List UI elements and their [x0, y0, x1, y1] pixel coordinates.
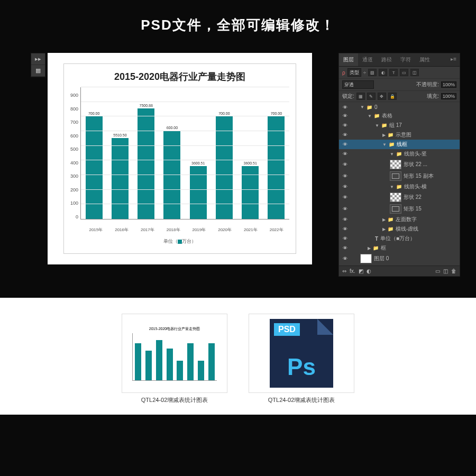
- layer-name: 形状 22: [404, 194, 422, 201]
- layer-name: 框: [381, 244, 386, 252]
- layer-row[interactable]: 👁矩形 15: [339, 203, 460, 215]
- new-layer-icon[interactable]: ◫: [443, 268, 448, 274]
- visibility-eye-icon[interactable]: 👁: [341, 151, 349, 157]
- blend-mode-select[interactable]: 穿透: [342, 80, 374, 89]
- layer-tree: 👁▼📁0👁▼📁表格👁▼📁组 17👁▶📁示意图👁▼📁线框👁▼📁线箭头-竖👁形状 2…: [339, 102, 460, 266]
- layer-thumb: [390, 193, 401, 202]
- layer-row[interactable]: 👁▶📁示意图: [339, 130, 460, 140]
- opacity-value[interactable]: 100%: [441, 81, 456, 88]
- folder-icon: 📁: [381, 123, 387, 128]
- visibility-eye-icon[interactable]: 👁: [341, 113, 349, 118]
- caret-icon[interactable]: ▼: [390, 152, 394, 157]
- layer-row[interactable]: 👁▼📁线箭头-横: [339, 182, 460, 191]
- text-layer-icon: T: [375, 236, 378, 242]
- chart-legend: 单位（万台）: [70, 238, 289, 245]
- tab-layers[interactable]: 图层: [339, 53, 358, 66]
- caret-icon[interactable]: ▶: [382, 133, 386, 138]
- layer-thumb: [390, 160, 401, 169]
- tab-paths[interactable]: 路径: [377, 53, 396, 66]
- caret-icon[interactable]: ▼: [375, 123, 379, 128]
- caret-icon[interactable]: ▼: [382, 142, 387, 147]
- bar-group: 5510.50: [107, 133, 133, 219]
- lock-pixels-icon[interactable]: ▦: [356, 93, 365, 100]
- filter-shape-icon[interactable]: ▭: [400, 69, 408, 76]
- layer-row[interactable]: 👁T单位（■万台）: [339, 234, 460, 243]
- layer-row[interactable]: 👁形状 22: [339, 191, 460, 203]
- tab-char[interactable]: 字符: [396, 53, 415, 66]
- panel-menu-icon[interactable]: ▸≡: [447, 53, 460, 66]
- layer-row[interactable]: 👁图层 0: [339, 253, 460, 264]
- file-thumbnail-1[interactable]: 2015-2020电器行业产量走势图 QTL24-02增减表统计图表: [122, 314, 227, 404]
- layer-row[interactable]: 👁▼📁0: [339, 103, 460, 111]
- visibility-eye-icon[interactable]: 👁: [341, 226, 349, 232]
- panel-footer: ⇔ fx. ◩ ◐ ▭ ◫ 🗑: [339, 266, 460, 276]
- layer-row[interactable]: 👁▶📁框: [339, 243, 460, 253]
- visibility-eye-icon[interactable]: 👁: [341, 256, 349, 261]
- group-icon[interactable]: ▭: [435, 268, 440, 274]
- caret-icon[interactable]: ▼: [390, 185, 394, 189]
- fill-value[interactable]: 100%: [441, 93, 456, 99]
- link-icon[interactable]: ⇔: [342, 268, 346, 274]
- legend-unit: 万台）: [182, 239, 196, 244]
- tab-props[interactable]: 属性: [415, 53, 434, 66]
- chart-area: 9008007006005004003002001000 700.005510.…: [70, 87, 289, 225]
- caret-icon[interactable]: ▶: [368, 246, 371, 251]
- psd-ps-text: Ps: [270, 354, 333, 380]
- adjustment-icon[interactable]: ◐: [367, 268, 371, 274]
- layer-row[interactable]: 👁▶📁横线-虚线: [339, 224, 460, 234]
- visibility-eye-icon[interactable]: 👁: [341, 206, 349, 212]
- layer-row[interactable]: 👁▼📁线箭头-竖: [339, 149, 460, 159]
- fx-icon[interactable]: fx.: [350, 268, 355, 274]
- bar-group: 7500.88: [133, 104, 159, 219]
- layer-row[interactable]: 👁形状 22 ...: [339, 159, 460, 170]
- visibility-eye-icon[interactable]: 👁: [341, 245, 349, 251]
- file-thumbnail-2[interactable]: PSD Ps QTL24-02增减表统计图表: [249, 314, 354, 404]
- toolbar-handle-icon[interactable]: ▸▸: [31, 53, 45, 65]
- visibility-eye-icon[interactable]: 👁: [341, 142, 349, 147]
- filter-row: ρ 类型 ÷ ▧ ◐ T ▭ ◫: [339, 67, 460, 79]
- layer-row[interactable]: 👁矩形 15 副本: [339, 170, 460, 182]
- bar-group: 600.00: [159, 126, 185, 219]
- legend-text: 单位（: [163, 239, 178, 244]
- layer-thumb: [390, 204, 401, 214]
- visibility-eye-icon[interactable]: 👁: [341, 105, 349, 110]
- caret-icon[interactable]: ▶: [382, 217, 386, 222]
- mask-icon[interactable]: ◩: [359, 268, 363, 274]
- filter-text-icon[interactable]: T: [389, 69, 398, 76]
- visibility-eye-icon[interactable]: 👁: [341, 195, 349, 200]
- layer-name: 图层 0: [374, 255, 389, 262]
- visibility-eye-icon[interactable]: 👁: [341, 217, 349, 222]
- filter-type-select[interactable]: 类型: [347, 68, 361, 77]
- filter-image-icon[interactable]: ▧: [368, 69, 377, 76]
- layer-name: 线框: [397, 141, 407, 148]
- visibility-eye-icon[interactable]: 👁: [341, 123, 349, 128]
- layer-row[interactable]: 👁▶📁左面数字: [339, 215, 460, 224]
- layer-row[interactable]: 👁▼📁组 17: [339, 121, 460, 130]
- bar-group: 700.00: [81, 112, 107, 219]
- toolbar-icon[interactable]: ▩: [31, 65, 45, 77]
- caret-icon[interactable]: ▼: [360, 105, 364, 109]
- collapsed-toolbar[interactable]: ▸▸ ▩: [31, 53, 45, 77]
- filter-adjust-icon[interactable]: ◐: [379, 69, 387, 76]
- x-axis: 2015年2016年2017年2018年2019年2020年2021年2022年: [70, 227, 289, 233]
- caret-icon[interactable]: ▶: [382, 227, 386, 232]
- folder-icon: 📁: [396, 184, 402, 189]
- visibility-eye-icon[interactable]: 👁: [341, 162, 349, 167]
- layer-name: 矩形 15: [404, 205, 422, 213]
- layer-row[interactable]: 👁▼📁表格: [339, 111, 460, 121]
- lock-brush-icon[interactable]: ✎: [367, 93, 376, 100]
- layer-name: 单位（■万台）: [380, 235, 415, 242]
- visibility-eye-icon[interactable]: 👁: [341, 173, 349, 179]
- lock-move-icon[interactable]: ✥: [378, 93, 386, 100]
- visibility-eye-icon[interactable]: 👁: [341, 236, 349, 241]
- caret-icon[interactable]: ▼: [368, 114, 372, 118]
- lock-all-icon[interactable]: 🔒: [388, 93, 397, 100]
- trash-icon[interactable]: 🗑: [451, 268, 456, 274]
- filter-smart-icon[interactable]: ◫: [410, 69, 419, 76]
- bar-group: 700.00: [263, 112, 289, 219]
- tab-channels[interactable]: 通道: [358, 53, 377, 66]
- visibility-eye-icon[interactable]: 👁: [341, 184, 349, 189]
- bar-group: 700.00: [211, 112, 237, 219]
- layer-row[interactable]: 👁▼📁线框: [339, 140, 460, 149]
- visibility-eye-icon[interactable]: 👁: [341, 132, 349, 138]
